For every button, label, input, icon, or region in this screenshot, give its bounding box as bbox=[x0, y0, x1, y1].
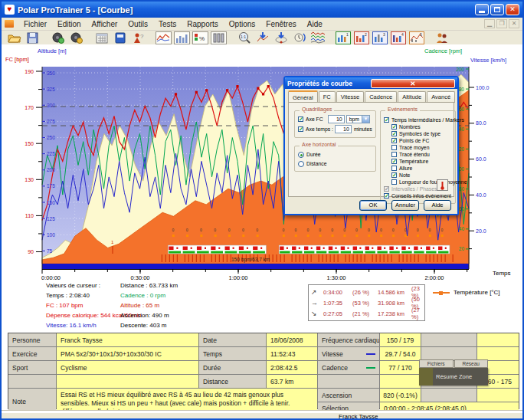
checkbox-icon[interactable]: ✓ bbox=[384, 186, 389, 192]
download-loop-icon[interactable] bbox=[273, 31, 289, 44]
svg-text:200: 200 bbox=[456, 67, 464, 72]
help-button[interactable]: Aide bbox=[424, 200, 451, 211]
checkbox-icon[interactable]: ✓ bbox=[391, 124, 397, 130]
checkbox-icon[interactable]: ✓ bbox=[384, 117, 389, 123]
cancel-button[interactable]: Annuler bbox=[391, 200, 419, 211]
dialog-option-trac-moyen[interactable]: Tracé moyen bbox=[391, 144, 455, 151]
menu-fen-tres[interactable]: Fenêtres bbox=[260, 18, 301, 30]
report-1-icon[interactable]: 1 bbox=[335, 31, 351, 44]
bars-view-icon[interactable] bbox=[174, 31, 190, 44]
dialog-option-symboles-de-type[interactable]: ✓Symboles de type bbox=[391, 130, 455, 137]
menu-edition[interactable]: Edition bbox=[52, 18, 87, 30]
mdi-restore-button[interactable]: ❐ bbox=[496, 19, 507, 28]
exercise-value[interactable]: PMA 5x2/30+10x1/30+10x30/30 IC bbox=[57, 347, 198, 360]
menu-outils[interactable]: Outils bbox=[123, 18, 153, 30]
calendar-icon[interactable] bbox=[93, 31, 110, 44]
radio-icon[interactable] bbox=[298, 152, 304, 158]
lap-stat: 0:27:05 bbox=[323, 310, 352, 317]
axe-temps-checkbox[interactable]: ✓ Axe temps : minutes bbox=[298, 126, 375, 133]
svg-text:175: 175 bbox=[47, 183, 55, 189]
checkbox-icon[interactable] bbox=[391, 152, 397, 157]
checkbox-icon[interactable]: ✓ bbox=[298, 126, 303, 132]
checkbox-icon[interactable]: ✓ bbox=[391, 159, 397, 164]
download-curve-icon[interactable] bbox=[254, 31, 270, 44]
listen-device-icon[interactable] bbox=[50, 31, 66, 44]
menu-options[interactable]: Options bbox=[224, 18, 260, 30]
menu-rapports[interactable]: Rapports bbox=[182, 18, 224, 30]
report-2-icon[interactable]: 2 bbox=[353, 31, 369, 44]
checkbox-icon[interactable]: ✓ bbox=[391, 131, 397, 136]
dialog-option-note[interactable]: ✓Note bbox=[391, 172, 455, 179]
ok-button[interactable]: OK bbox=[359, 200, 387, 211]
multi-curves-icon[interactable] bbox=[309, 31, 326, 44]
users-icon[interactable] bbox=[434, 31, 450, 44]
checkbox-icon[interactable]: ✓ bbox=[391, 172, 397, 178]
dialog-titlebar[interactable]: Propriétés de courbe ✕ bbox=[285, 77, 457, 89]
report-3-icon[interactable]: 3 bbox=[372, 31, 388, 44]
listen-lock-icon[interactable] bbox=[68, 31, 84, 44]
popup-text: Résumé Zone bbox=[433, 368, 472, 386]
mdi-minimize-button[interactable]: ▁ bbox=[484, 19, 495, 28]
menu-fichier[interactable]: Fichier bbox=[18, 18, 52, 30]
checkbox-icon[interactable]: ✓ bbox=[391, 138, 397, 143]
menu-aide[interactable]: Aide bbox=[302, 18, 328, 30]
dialog-tab-cadence[interactable]: Cadence bbox=[365, 91, 397, 103]
close-button[interactable]: ✕ bbox=[506, 4, 519, 15]
svg-text:0: 0 bbox=[429, 228, 431, 232]
checkbox-icon[interactable] bbox=[391, 166, 397, 171]
sport-value[interactable]: Cyclisme bbox=[57, 361, 198, 374]
checkbox-icon[interactable]: ✓ bbox=[298, 116, 303, 122]
distance-radio[interactable]: Distance bbox=[298, 160, 375, 167]
diary-icon[interactable] bbox=[112, 31, 128, 44]
axe-fc-checkbox[interactable]: ✓ Axe FC bpm ▼ bbox=[298, 116, 375, 123]
report-4-icon[interactable]: 4 bbox=[390, 31, 406, 44]
menu-tests[interactable]: Tests bbox=[153, 18, 182, 30]
person-value[interactable]: Franck Taysse bbox=[57, 333, 198, 346]
radio-icon[interactable] bbox=[298, 161, 304, 167]
menu-afficher[interactable]: Afficher bbox=[87, 18, 123, 30]
report-5-icon[interactable]: 5 bbox=[408, 31, 424, 44]
dialog-option-allure[interactable]: Allure bbox=[391, 165, 455, 172]
row-label: Cadence bbox=[318, 361, 379, 374]
axe-temps-value-input[interactable] bbox=[335, 125, 352, 133]
dialog-option-temp-rature[interactable]: ✓Température bbox=[391, 158, 455, 165]
restore-button[interactable] bbox=[490, 4, 504, 15]
laps-view-icon[interactable] bbox=[211, 31, 227, 44]
zoom-1-1-icon[interactable]: 1:1 bbox=[236, 31, 252, 44]
minimize-button[interactable] bbox=[475, 4, 489, 15]
open-icon[interactable] bbox=[6, 31, 22, 44]
dialog-tab-vitesse[interactable]: Vitesse bbox=[336, 91, 364, 103]
dialog-tab-g-n-ral[interactable]: Général bbox=[288, 90, 318, 102]
dialog-tab-avanc-[interactable]: Avancé bbox=[427, 91, 455, 103]
svg-text:110: 110 bbox=[25, 213, 34, 218]
lap-stat: 31.908 km bbox=[378, 300, 411, 307]
axe-fc-unit-select[interactable]: bpm ▼ bbox=[346, 115, 370, 123]
dialog-option-conseils-infos-v-nement[interactable]: ✓Conseils infos événement bbox=[384, 192, 455, 199]
dialog-tab-fc[interactable]: FC bbox=[319, 91, 336, 103]
dialog-tab-altitude[interactable]: Altitude bbox=[398, 91, 426, 103]
checkbox-icon[interactable] bbox=[391, 179, 397, 185]
axe-fc-value-input[interactable] bbox=[328, 115, 345, 123]
dialog-option-trac-tendu[interactable]: Tracé étendu bbox=[391, 151, 455, 158]
replay-icon[interactable] bbox=[291, 31, 307, 44]
lap-stat: 14.586 km bbox=[378, 289, 411, 296]
curve-view-icon[interactable] bbox=[156, 31, 172, 44]
svg-text:60: 60 bbox=[459, 206, 465, 212]
cursor-temps: Temps : 2:08:40 bbox=[46, 292, 90, 299]
dialog-option-temps-interm-diaires-markers[interactable]: ✓Temps intermédiaires / Markers bbox=[384, 116, 455, 123]
save-icon[interactable] bbox=[25, 31, 41, 44]
temperature-style-button[interactable] bbox=[437, 179, 448, 191]
person-wizard-icon[interactable]: ? bbox=[130, 31, 146, 44]
checkbox-icon[interactable] bbox=[391, 145, 397, 150]
chevron-down-icon[interactable]: ▼ bbox=[362, 116, 369, 123]
fichiers-tab[interactable]: Fichiers bbox=[419, 359, 454, 368]
dialog-option-points-de-fc[interactable]: ✓Points de FC bbox=[391, 137, 455, 144]
duree-radio[interactable]: Durée bbox=[298, 151, 375, 158]
percent-view-icon[interactable]: % bbox=[192, 31, 208, 44]
dialog-option-nombres[interactable]: ✓Nombres bbox=[391, 123, 455, 130]
checkbox-icon[interactable]: ✓ bbox=[384, 193, 389, 199]
svg-text:150 bpm/63,7 km: 150 bpm/63,7 km bbox=[231, 257, 270, 263]
dialog-close-icon[interactable]: ✕ bbox=[371, 79, 456, 88]
reseau-tab[interactable]: Réseau bbox=[454, 359, 489, 368]
mdi-close-button[interactable]: ✕ bbox=[509, 19, 519, 28]
